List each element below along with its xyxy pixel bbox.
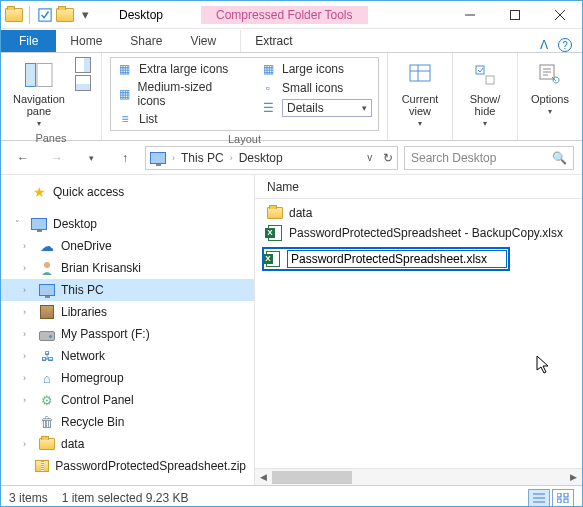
- scrollbar-thumb[interactable]: [272, 471, 352, 484]
- qat-dropdown[interactable]: ▾: [76, 7, 95, 22]
- tree-libraries[interactable]: ›Libraries: [1, 301, 254, 323]
- tree-user[interactable]: ›Brian Krisanski: [1, 257, 254, 279]
- help-icon[interactable]: ?: [558, 38, 572, 52]
- tree-this-pc[interactable]: ›This PC: [1, 279, 254, 301]
- column-header-name[interactable]: Name: [255, 175, 582, 199]
- properties-icon[interactable]: [36, 6, 54, 24]
- ribbon-tabs: File Home Share View Extract ᐱ ?: [1, 29, 582, 53]
- tab-extract[interactable]: Extract: [240, 30, 306, 52]
- tab-share[interactable]: Share: [116, 30, 176, 52]
- list-item[interactable]: PasswordProtectedSpreadsheet - BackupCop…: [265, 223, 572, 243]
- recent-locations-button[interactable]: ▾: [77, 146, 105, 170]
- scrollbar-track[interactable]: [272, 469, 565, 486]
- svg-rect-14: [557, 493, 561, 497]
- quick-access-toolbar: ▾: [1, 6, 99, 24]
- svg-point-13: [44, 262, 50, 268]
- ribbon-collapse[interactable]: ᐱ ?: [530, 38, 582, 52]
- address-dropdown[interactable]: v: [367, 152, 372, 163]
- layout-small[interactable]: ▫Small icons: [256, 79, 376, 97]
- layout-details[interactable]: ☰ Details▾: [256, 98, 376, 118]
- current-view-button[interactable]: Current view ▾: [396, 57, 444, 130]
- close-button[interactable]: [537, 1, 582, 29]
- scroll-left-button[interactable]: ◀: [255, 469, 272, 486]
- svg-rect-2: [510, 10, 519, 19]
- address-bar: ← → ▾ ↑ › This PC › Desktop v ↻ Search D…: [1, 141, 582, 175]
- folder-icon[interactable]: [5, 6, 23, 24]
- network-icon: 🖧: [39, 348, 55, 364]
- navigation-pane-button[interactable]: Navigation pane ▾: [9, 57, 69, 130]
- rename-input[interactable]: [287, 250, 507, 268]
- refresh-button[interactable]: ↻: [383, 151, 393, 165]
- back-button[interactable]: ←: [9, 146, 37, 170]
- window-controls: [447, 1, 582, 29]
- show-hide-button[interactable]: Show/ hide ▾: [461, 57, 509, 130]
- layout-list[interactable]: ≡List: [113, 110, 238, 128]
- address-field[interactable]: › This PC › Desktop v ↻: [145, 146, 398, 170]
- homegroup-icon: ⌂: [39, 370, 55, 386]
- navigation-tree[interactable]: ★ Quick access ˅ Desktop ›☁OneDrive ›Bri…: [1, 175, 255, 485]
- chevron-down-icon: ▾: [37, 119, 41, 128]
- tree-control-panel[interactable]: ›⚙Control Panel: [1, 389, 254, 411]
- ribbon-group-options: Options ▾: [518, 53, 582, 140]
- svg-rect-15: [564, 493, 568, 497]
- ribbon-group-current-view: Current view ▾: [388, 53, 453, 140]
- forward-button[interactable]: →: [43, 146, 71, 170]
- xlsx-icon: [267, 225, 283, 241]
- tab-view[interactable]: View: [176, 30, 230, 52]
- tab-home[interactable]: Home: [56, 30, 116, 52]
- tree-zip-file[interactable]: PasswordProtectedSpreadsheet.zip: [1, 455, 254, 477]
- up-button[interactable]: ↑: [111, 146, 139, 170]
- minimize-button[interactable]: [447, 1, 492, 29]
- chevron-down-icon: ▾: [418, 119, 422, 128]
- layout-extra-large[interactable]: ▦Extra large icons: [113, 60, 238, 78]
- layout-large[interactable]: ▦Large icons: [256, 60, 376, 78]
- horizontal-scrollbar[interactable]: ◀ ▶: [255, 468, 582, 485]
- tree-drive[interactable]: ›My Passport (F:): [1, 323, 254, 345]
- preview-pane-button[interactable]: [75, 57, 91, 73]
- content-area: ★ Quick access ˅ Desktop ›☁OneDrive ›Bri…: [1, 175, 582, 485]
- star-icon: ★: [31, 184, 47, 200]
- context-tab-label: Compressed Folder Tools: [193, 6, 376, 24]
- tree-homegroup[interactable]: ›⌂Homegroup: [1, 367, 254, 389]
- breadcrumb[interactable]: Desktop: [239, 151, 283, 165]
- tree-quick-access[interactable]: ★ Quick access: [1, 181, 254, 203]
- search-input[interactable]: Search Desktop 🔍: [404, 146, 574, 170]
- svg-rect-16: [557, 499, 561, 503]
- libraries-icon: [39, 304, 55, 320]
- details-view-button[interactable]: [528, 489, 550, 507]
- breadcrumb[interactable]: This PC: [181, 151, 224, 165]
- details-pane-button[interactable]: [75, 75, 91, 91]
- svg-rect-10: [476, 66, 484, 74]
- scroll-right-button[interactable]: ▶: [565, 469, 582, 486]
- chevron-right-icon: ›: [228, 153, 235, 163]
- search-icon: 🔍: [552, 151, 567, 165]
- svg-rect-6: [37, 64, 52, 87]
- tree-onedrive[interactable]: ›☁OneDrive: [1, 235, 254, 257]
- file-list-body[interactable]: data PasswordProtectedSpreadsheet - Back…: [255, 199, 582, 468]
- zip-icon: [35, 458, 49, 474]
- monitor-icon: [31, 216, 47, 232]
- folder-icon: [267, 205, 283, 221]
- icons-view-button[interactable]: [552, 489, 574, 507]
- ribbon-group-show-hide: Show/ hide ▾: [453, 53, 518, 140]
- chevron-up-icon: ᐱ: [540, 38, 548, 52]
- tab-file[interactable]: File: [1, 30, 56, 52]
- cloud-icon: ☁: [39, 238, 55, 254]
- status-item-count: 3 items: [9, 491, 48, 505]
- folder-icon: [39, 436, 55, 452]
- chevron-down-icon: ▾: [548, 107, 552, 116]
- tree-data-folder[interactable]: ›data: [1, 433, 254, 455]
- ribbon: Navigation pane ▾ Panes ▦Extra large ico…: [1, 53, 582, 141]
- tree-recycle-bin[interactable]: 🗑Recycle Bin: [1, 411, 254, 433]
- folder-icon-2[interactable]: [56, 6, 74, 24]
- layout-medium[interactable]: ▦Medium-sized icons: [113, 79, 238, 109]
- monitor-icon: [150, 150, 166, 166]
- list-item[interactable]: data: [265, 203, 572, 223]
- maximize-button[interactable]: [492, 1, 537, 29]
- view-toggle: [528, 489, 574, 507]
- options-button[interactable]: Options ▾: [526, 57, 574, 118]
- svg-rect-11: [486, 76, 494, 84]
- tree-desktop[interactable]: ˅ Desktop: [1, 213, 254, 235]
- tree-network[interactable]: ›🖧Network: [1, 345, 254, 367]
- chevron-down-icon: ▾: [483, 119, 487, 128]
